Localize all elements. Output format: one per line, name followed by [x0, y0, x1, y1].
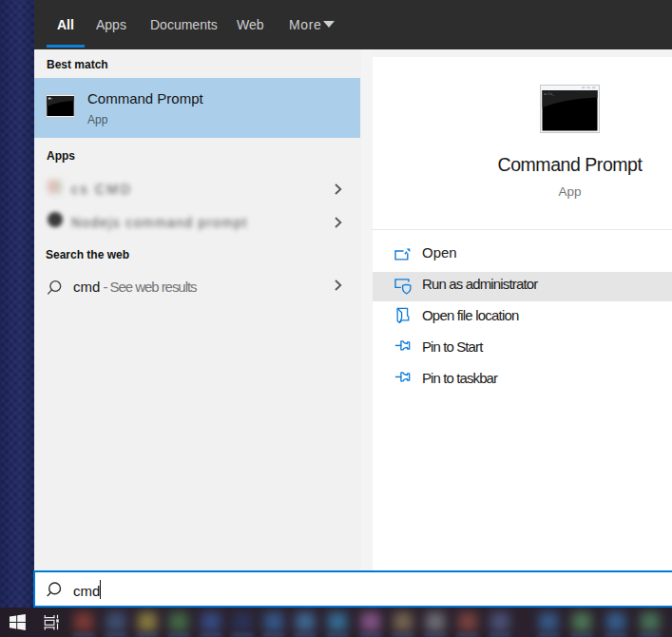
- svg-text:C:\>_: C:\>_: [545, 92, 556, 96]
